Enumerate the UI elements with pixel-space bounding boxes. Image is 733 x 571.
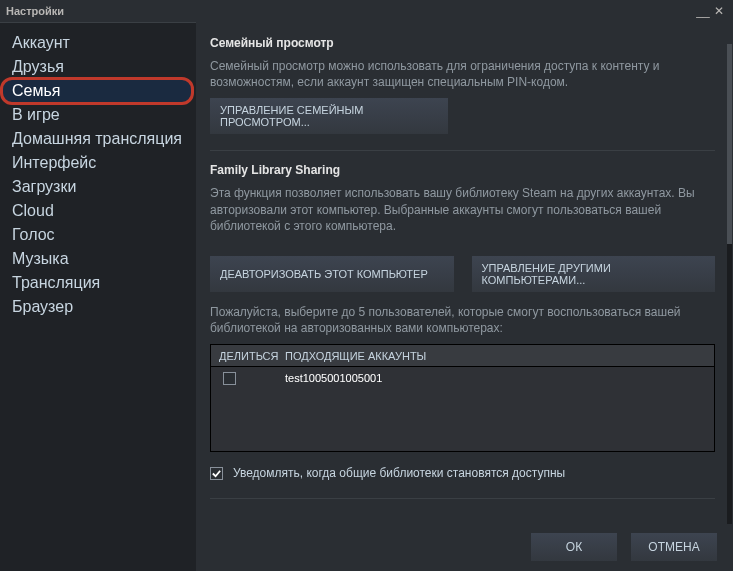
settings-sidebar: Аккаунт Друзья Семья В игре Домашняя тра… — [0, 22, 196, 571]
notify-checkbox[interactable] — [210, 467, 223, 480]
scrollbar-thumb[interactable] — [727, 44, 732, 244]
sidebar-item-label: Аккаунт — [12, 34, 70, 51]
sidebar-item-account[interactable]: Аккаунт — [0, 31, 196, 55]
sidebar-item-label: Трансляция — [12, 274, 100, 291]
family-view-title: Семейный просмотр — [210, 36, 715, 50]
ok-button[interactable]: ОК — [531, 533, 617, 561]
button-label: ОТМЕНА — [648, 540, 699, 554]
sidebar-item-music[interactable]: Музыка — [0, 247, 196, 271]
titlebar: Настройки __ ✕ — [0, 0, 733, 22]
close-button[interactable]: ✕ — [711, 5, 727, 17]
sidebar-item-cloud[interactable]: Cloud — [0, 199, 196, 223]
eligible-accounts-table: ДЕЛИТЬСЯ ПОДХОДЯЩИЕ АККАУНТЫ test1005001… — [210, 344, 715, 452]
family-view-desc: Семейный просмотр можно использовать для… — [210, 58, 715, 90]
minimize-button[interactable]: __ — [695, 5, 711, 17]
sidebar-item-browser[interactable]: Браузер — [0, 295, 196, 319]
manage-family-view-button[interactable]: УПРАВЛЕНИЕ СЕМЕЙНЫМ ПРОСМОТРОМ... — [210, 98, 448, 134]
table-row[interactable]: test1005001005001 — [211, 367, 714, 389]
divider — [210, 150, 715, 151]
sidebar-item-ingame[interactable]: В игре — [0, 103, 196, 127]
vertical-scrollbar[interactable] — [727, 44, 732, 524]
account-name: test1005001005001 — [285, 372, 714, 384]
button-label: УПРАВЛЕНИЕ СЕМЕЙНЫМ ПРОСМОТРОМ... — [220, 104, 363, 128]
select-users-hint: Пожалуйста, выберите до 5 пользователей,… — [210, 304, 715, 336]
col-share: ДЕЛИТЬСЯ — [211, 350, 285, 362]
sidebar-item-label: В игре — [12, 106, 60, 123]
cancel-button[interactable]: ОТМЕНА — [631, 533, 717, 561]
settings-content: Семейный просмотр Семейный просмотр можн… — [196, 22, 733, 571]
share-checkbox[interactable] — [223, 372, 236, 385]
window-title: Настройки — [6, 5, 695, 17]
notify-label: Уведомлять, когда общие библиотеки стано… — [233, 466, 565, 480]
button-label: УПРАВЛЕНИЕ ДРУГИМИ КОМПЬЮТЕРАМИ... — [482, 262, 611, 286]
sidebar-item-label: Семья — [12, 82, 60, 99]
divider — [210, 498, 715, 499]
family-sharing-title: Family Library Sharing — [210, 163, 715, 177]
manage-other-computers-button[interactable]: УПРАВЛЕНИЕ ДРУГИМИ КОМПЬЮТЕРАМИ... — [472, 256, 716, 292]
sidebar-item-label: Друзья — [12, 58, 64, 75]
sidebar-item-label: Музыка — [12, 250, 69, 267]
sidebar-item-label: Интерфейс — [12, 154, 96, 171]
table-header: ДЕЛИТЬСЯ ПОДХОДЯЩИЕ АККАУНТЫ — [211, 345, 714, 367]
sidebar-item-interface[interactable]: Интерфейс — [0, 151, 196, 175]
sidebar-item-home-streaming[interactable]: Домашняя трансляция — [0, 127, 196, 151]
sidebar-item-voice[interactable]: Голос — [0, 223, 196, 247]
col-accounts: ПОДХОДЯЩИЕ АККАУНТЫ — [285, 350, 714, 362]
deauthorize-computer-button[interactable]: ДЕАВТОРИЗОВАТЬ ЭТОТ КОМПЬЮТЕР — [210, 256, 454, 292]
sidebar-item-label: Браузер — [12, 298, 73, 315]
sidebar-item-downloads[interactable]: Загрузки — [0, 175, 196, 199]
sidebar-item-label: Домашняя трансляция — [12, 130, 182, 147]
sidebar-item-label: Cloud — [12, 202, 54, 219]
sidebar-item-broadcast[interactable]: Трансляция — [0, 271, 196, 295]
sidebar-item-label: Загрузки — [12, 178, 76, 195]
sidebar-item-family[interactable]: Семья — [0, 77, 194, 105]
sidebar-item-friends[interactable]: Друзья — [0, 55, 196, 79]
family-sharing-desc: Эта функция позволяет использовать вашу … — [210, 185, 715, 234]
button-label: ОК — [566, 540, 582, 554]
sidebar-item-label: Голос — [12, 226, 55, 243]
button-label: ДЕАВТОРИЗОВАТЬ ЭТОТ КОМПЬЮТЕР — [220, 268, 428, 280]
